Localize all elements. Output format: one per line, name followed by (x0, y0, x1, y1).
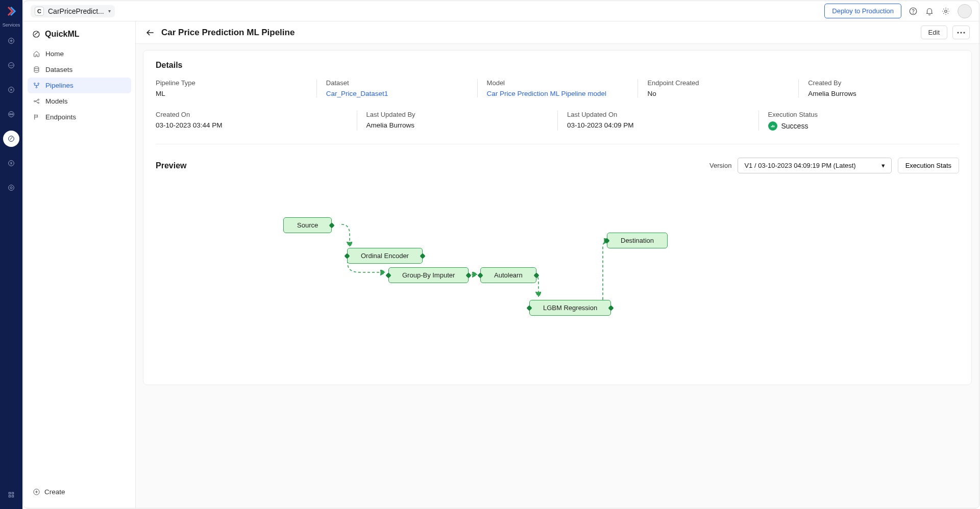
status-text: Success (781, 122, 808, 130)
detail-label: Dataset (326, 79, 468, 87)
detail-item: Last Updated On03-10-2023 04:09 PM (557, 111, 758, 131)
svg-point-23 (38, 99, 39, 100)
detail-value: ML (156, 90, 307, 97)
rail-service-7[interactable] (3, 180, 19, 196)
user-avatar[interactable] (958, 4, 972, 18)
detail-item: Model Car Price Prediction ML Pipeline m… (477, 79, 638, 97)
nav-label: Home (45, 50, 64, 58)
details-card: Details Pipeline Type MLDataset Car_Pric… (143, 50, 972, 385)
svg-point-1 (9, 63, 14, 68)
sidebar: QuickML Home Datasets Pipelines Models E… (23, 21, 136, 508)
nav-pipelines[interactable]: Pipelines (28, 78, 131, 93)
project-badge: C (35, 7, 44, 16)
detail-item: Created On03-10-2023 03:44 PM (156, 111, 357, 131)
rail-services-label: Services (3, 22, 20, 28)
rail-apps-icon[interactable] (3, 487, 19, 503)
detail-item: Dataset Car_Price_Dataset1 (316, 79, 477, 97)
pipeline-node[interactable]: Autolearn (480, 267, 536, 283)
quickml-icon (32, 30, 41, 39)
page-header: Car Price Prediction ML Pipeline Edit (136, 21, 979, 44)
svg-point-22 (34, 100, 36, 102)
settings-icon[interactable] (941, 7, 950, 16)
svg-point-8 (9, 185, 14, 191)
detail-item: Created By Amelia Burrows (798, 79, 959, 97)
pipeline-node[interactable]: LGBM Regression (529, 300, 611, 316)
nav-home[interactable]: Home (28, 46, 131, 62)
execution-stats-button[interactable]: Execution Stats (898, 158, 959, 173)
detail-label: Endpoint Created (647, 79, 789, 87)
detail-value[interactable]: Car_Price_Dataset1 (326, 90, 468, 97)
pipeline-node[interactable]: Ordinal Encoder (347, 248, 423, 264)
svg-point-19 (34, 83, 36, 85)
bell-icon[interactable] (925, 7, 934, 16)
svg-point-18 (34, 67, 39, 69)
detail-value: 03-10-2023 04:09 PM (567, 121, 749, 129)
deploy-button[interactable]: Deploy to Production (824, 4, 901, 18)
preview-header: Preview Version V1 / 03-10-2023 04:09:19… (156, 158, 959, 173)
page-title: Car Price Prediction ML Pipeline (161, 28, 295, 38)
content: Car Price Prediction ML Pipeline Edit De… (136, 21, 979, 508)
pipeline-node[interactable]: Group-By Imputer (388, 267, 469, 283)
version-label: Version (709, 162, 731, 169)
sidebar-title-label: QuickML (45, 30, 80, 39)
create-button[interactable]: Create (28, 484, 131, 500)
pipeline-node[interactable]: Source (283, 217, 332, 233)
detail-label: Pipeline Type (156, 79, 307, 87)
svg-point-20 (38, 83, 39, 85)
project-name: CarPricePredict... (48, 7, 104, 15)
main-panel: C CarPricePredict... ▾ Deploy to Product… (23, 1, 979, 508)
svg-point-26 (957, 32, 959, 33)
detail-label: Created On (156, 111, 348, 118)
detail-label: Execution Status (768, 111, 950, 118)
pipeline-edges (156, 181, 959, 374)
detail-item: Execution Status Success (758, 111, 960, 131)
help-icon[interactable] (909, 7, 918, 16)
rail-service-2[interactable] (3, 57, 19, 73)
rail-service-3[interactable] (3, 82, 19, 98)
svg-point-4 (10, 114, 11, 115)
svg-rect-12 (9, 495, 10, 497)
svg-rect-11 (12, 492, 13, 494)
svg-point-21 (36, 87, 37, 88)
rail-service-1[interactable] (3, 33, 19, 49)
rail-service-4[interactable] (3, 106, 19, 122)
svg-point-24 (38, 102, 39, 104)
rail-service-quickml[interactable] (3, 131, 19, 147)
detail-item: Pipeline Type ML (156, 79, 316, 97)
sidebar-title: QuickML (28, 30, 131, 46)
nav-endpoints[interactable]: Endpoints (28, 109, 131, 125)
svg-point-15 (913, 13, 914, 13)
chevron-down-icon: ▾ (108, 8, 111, 14)
svg-point-16 (945, 10, 947, 12)
chevron-down-icon: ▾ (881, 162, 885, 169)
svg-point-17 (33, 31, 39, 37)
execution-status: Success (768, 121, 950, 131)
rail-logo (5, 5, 17, 17)
rail-service-6[interactable] (3, 155, 19, 171)
success-icon (768, 121, 777, 131)
detail-item: Endpoint Created No (638, 79, 798, 97)
pipeline-graph: SourceOrdinal EncoderGroup-By ImputerAut… (156, 181, 959, 374)
edit-button[interactable]: Edit (921, 26, 947, 39)
pipeline-node[interactable]: Destination (607, 233, 668, 248)
services-rail: Services (0, 0, 22, 509)
detail-value[interactable]: Car Price Prediction ML Pipeline model (487, 90, 629, 97)
detail-value: Amelia Burrows (366, 121, 549, 129)
nav-label: Datasets (45, 66, 72, 73)
version-select[interactable]: V1 / 03-10-2023 04:09:19 PM (Latest) ▾ (738, 158, 891, 173)
nav-models[interactable]: Models (28, 93, 131, 109)
nav-label: Models (45, 97, 68, 105)
nav-datasets[interactable]: Datasets (28, 62, 131, 78)
more-button[interactable] (952, 26, 970, 39)
nav-label: Endpoints (45, 113, 76, 121)
details-title: Details (156, 61, 959, 70)
create-label: Create (44, 488, 65, 496)
svg-point-5 (12, 114, 13, 115)
detail-label: Model (487, 79, 629, 87)
svg-rect-10 (9, 492, 10, 494)
project-selector[interactable]: C CarPricePredict... ▾ (31, 5, 115, 17)
back-button[interactable] (145, 27, 156, 38)
detail-label: Last Updated By (366, 111, 549, 118)
topbar: C CarPricePredict... ▾ Deploy to Product… (23, 1, 979, 21)
detail-label: Last Updated On (567, 111, 749, 118)
